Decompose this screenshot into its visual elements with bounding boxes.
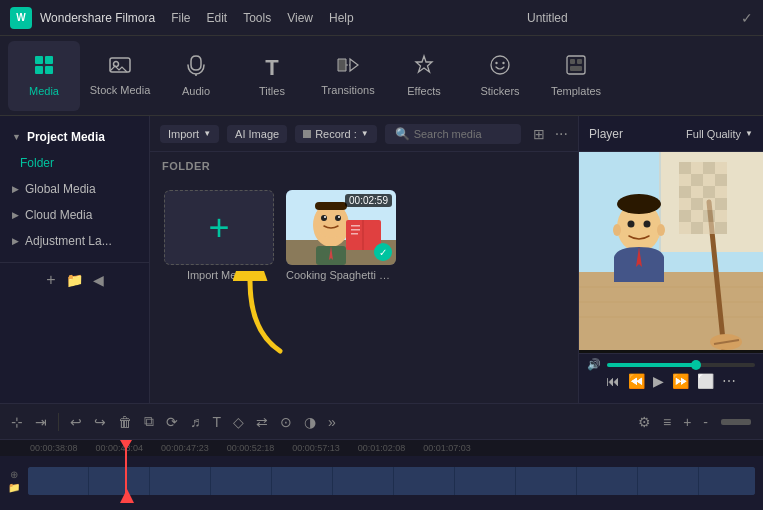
sidebar-item-adjustment[interactable]: ▶ Adjustment La... [0, 228, 149, 254]
fullscreen-button[interactable]: ⬜ [697, 373, 714, 389]
toolbar-effects[interactable]: Effects [388, 41, 460, 111]
timeline-settings-button[interactable]: ⚙ [635, 411, 654, 433]
search-icon: 🔍 [395, 127, 410, 141]
timeline-minus-button[interactable]: - [700, 411, 711, 433]
timeline-arrows-button[interactable]: ⇄ [253, 411, 271, 433]
svg-rect-63 [679, 198, 691, 210]
svg-rect-62 [715, 186, 727, 198]
svg-rect-65 [703, 198, 715, 210]
playhead-top [120, 440, 132, 450]
toolbar-stickers[interactable]: Stickers [464, 41, 536, 111]
play-button[interactable]: ▶ [653, 373, 664, 389]
search-input[interactable] [414, 128, 511, 140]
record-dot-icon [303, 130, 311, 138]
video-media-item[interactable]: 00:02:59 ✓ Cooking Spaghetti _ Mr. Bea..… [286, 190, 396, 281]
import-media-thumb[interactable]: + [164, 190, 274, 265]
filter-icon[interactable]: ⊞ [533, 126, 545, 142]
progress-dot [691, 360, 701, 370]
media-grid: + Import Media [150, 180, 578, 291]
timeline-redo-button[interactable]: ↪ [91, 411, 109, 433]
track-folder-icon[interactable]: 📁 [8, 482, 20, 493]
svg-point-46 [628, 221, 635, 228]
svg-rect-12 [570, 59, 575, 64]
record-button[interactable]: Record : ▼ [295, 125, 377, 143]
toolbar-stock-media[interactable]: Stock Media [84, 41, 156, 111]
toolbar-transitions[interactable]: Transitions [312, 41, 384, 111]
sidebar-add-icon[interactable]: + [46, 271, 55, 289]
svg-rect-68 [691, 210, 703, 222]
svg-point-23 [324, 216, 326, 218]
ai-image-button[interactable]: AI Image [227, 125, 287, 143]
quality-select[interactable]: Full Quality ▼ [686, 128, 753, 140]
svg-rect-72 [691, 222, 703, 234]
svg-rect-51 [679, 162, 691, 174]
sidebar-item-project-media[interactable]: ▼ Project Media [0, 124, 149, 150]
svg-rect-56 [691, 174, 703, 186]
timeline-select-tool[interactable]: ⊹ [8, 411, 26, 433]
toolbar-titles[interactable]: T Titles [236, 41, 308, 111]
content-panel: Import ▼ AI Image Record : ▼ 🔍 ⊞ ··· FOL… [150, 116, 578, 403]
stock-media-label: Stock Media [90, 84, 151, 96]
sidebar-collapse-icon[interactable]: ◀ [93, 272, 104, 288]
toolbar-audio[interactable]: Audio [160, 41, 232, 111]
svg-rect-69 [703, 210, 715, 222]
timeline-crop-button[interactable]: ⧉ [141, 410, 157, 433]
svg-rect-53 [703, 162, 715, 174]
toolbar-media[interactable]: Media [8, 41, 80, 111]
volume-icon[interactable]: 🔊 [587, 358, 601, 371]
svg-point-21 [321, 215, 327, 221]
frame-forward-button[interactable]: ⏩ [672, 373, 689, 389]
menu-view[interactable]: View [287, 11, 313, 25]
sidebar-folder[interactable]: Folder [0, 150, 149, 176]
svg-rect-55 [679, 174, 691, 186]
progress-bar[interactable] [607, 363, 755, 367]
sidebar: ▼ Project Media Folder ▶ Global Media ▶ … [0, 116, 150, 403]
timeline-undo-button[interactable]: ↩ [67, 411, 85, 433]
timeline-track-button[interactable]: ≡ [660, 411, 674, 433]
timeline-delete-button[interactable]: 🗑 [115, 411, 135, 433]
toolbar-templates[interactable]: Templates [540, 41, 612, 111]
timeline-filter-button[interactable]: ⊙ [277, 411, 295, 433]
timeline-text-button[interactable]: T [210, 411, 225, 433]
import-button[interactable]: Import ▼ [160, 125, 219, 143]
templates-label: Templates [551, 85, 601, 97]
timeline-zoom-bar[interactable] [721, 419, 751, 425]
video-media-thumb[interactable]: 00:02:59 ✓ [286, 190, 396, 265]
svg-rect-11 [567, 56, 585, 74]
menu-tools[interactable]: Tools [243, 11, 271, 25]
svg-point-22 [335, 215, 341, 221]
svg-rect-57 [703, 174, 715, 186]
skip-back-button[interactable]: ⏮ [606, 373, 620, 389]
more-options-icon[interactable]: ··· [555, 125, 568, 143]
track-bar[interactable] [28, 467, 755, 495]
timeline-speed-button[interactable]: ⟳ [163, 411, 181, 433]
menu-edit[interactable]: Edit [207, 11, 228, 25]
svg-rect-2 [35, 66, 43, 74]
more-ctrl-button[interactable]: ⋯ [722, 373, 736, 389]
menu-file[interactable]: File [171, 11, 190, 25]
svg-rect-29 [351, 225, 360, 227]
sidebar-item-cloud-media[interactable]: ▶ Cloud Media [0, 202, 149, 228]
frame-back-button[interactable]: ⏪ [628, 373, 645, 389]
svg-point-10 [502, 62, 504, 64]
import-media-label: Import Media [187, 269, 251, 281]
timeline-audio-button[interactable]: ♬ [187, 411, 204, 433]
svg-rect-31 [351, 233, 358, 235]
search-box[interactable]: 🔍 [385, 124, 521, 144]
timeline-more-button[interactable]: » [325, 411, 339, 433]
player-controls: 🔊 ⏮ ⏪ ▶ ⏩ ⬜ ⋯ [579, 353, 763, 403]
track-add-icon[interactable]: ⊕ [10, 469, 18, 480]
import-media-item[interactable]: + Import Media [164, 190, 274, 281]
menu-help[interactable]: Help [329, 11, 354, 25]
sidebar-item-global-media[interactable]: ▶ Global Media [0, 176, 149, 202]
timeline-ripple-tool[interactable]: ⇥ [32, 411, 50, 433]
timeline-color-button[interactable]: ◑ [301, 411, 319, 433]
media-label: Media [29, 85, 59, 97]
timestamp-6: 00:01:02:08 [358, 443, 406, 453]
timeline-keyframe-button[interactable]: ◇ [230, 411, 247, 433]
timeline-add-button[interactable]: + [680, 411, 694, 433]
app-logo: W [10, 7, 32, 29]
transitions-icon [336, 55, 360, 80]
titles-icon: T [265, 55, 278, 81]
sidebar-folder-icon[interactable]: 📁 [66, 272, 83, 288]
